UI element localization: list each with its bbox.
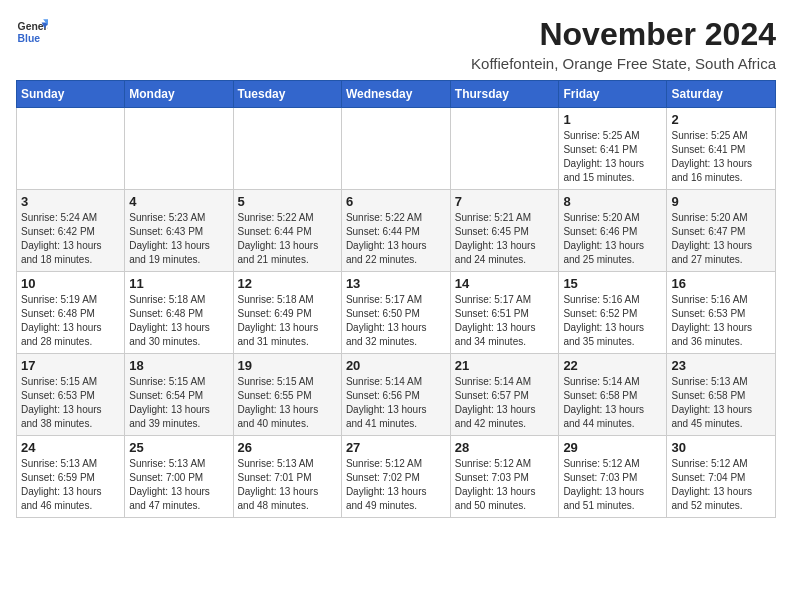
title-block: November 2024 Koffiefontein, Orange Free… bbox=[471, 16, 776, 72]
weekday-header-row: SundayMondayTuesdayWednesdayThursdayFrid… bbox=[17, 81, 776, 108]
day-info: Sunrise: 5:25 AM Sunset: 6:41 PM Dayligh… bbox=[563, 129, 662, 185]
day-cell: 25Sunrise: 5:13 AM Sunset: 7:00 PM Dayli… bbox=[125, 436, 233, 518]
day-number: 15 bbox=[563, 276, 662, 291]
day-number: 27 bbox=[346, 440, 446, 455]
day-cell: 2Sunrise: 5:25 AM Sunset: 6:41 PM Daylig… bbox=[667, 108, 776, 190]
day-cell: 24Sunrise: 5:13 AM Sunset: 6:59 PM Dayli… bbox=[17, 436, 125, 518]
day-info: Sunrise: 5:14 AM Sunset: 6:57 PM Dayligh… bbox=[455, 375, 555, 431]
day-info: Sunrise: 5:13 AM Sunset: 7:01 PM Dayligh… bbox=[238, 457, 337, 513]
day-number: 28 bbox=[455, 440, 555, 455]
day-number: 12 bbox=[238, 276, 337, 291]
day-cell: 22Sunrise: 5:14 AM Sunset: 6:58 PM Dayli… bbox=[559, 354, 667, 436]
day-cell: 3Sunrise: 5:24 AM Sunset: 6:42 PM Daylig… bbox=[17, 190, 125, 272]
weekday-tuesday: Tuesday bbox=[233, 81, 341, 108]
day-cell: 26Sunrise: 5:13 AM Sunset: 7:01 PM Dayli… bbox=[233, 436, 341, 518]
day-cell: 19Sunrise: 5:15 AM Sunset: 6:55 PM Dayli… bbox=[233, 354, 341, 436]
day-info: Sunrise: 5:12 AM Sunset: 7:04 PM Dayligh… bbox=[671, 457, 771, 513]
day-info: Sunrise: 5:16 AM Sunset: 6:52 PM Dayligh… bbox=[563, 293, 662, 349]
day-cell bbox=[125, 108, 233, 190]
day-info: Sunrise: 5:15 AM Sunset: 6:55 PM Dayligh… bbox=[238, 375, 337, 431]
logo-icon: General Blue bbox=[16, 16, 48, 48]
day-number: 20 bbox=[346, 358, 446, 373]
day-info: Sunrise: 5:20 AM Sunset: 6:47 PM Dayligh… bbox=[671, 211, 771, 267]
day-cell: 4Sunrise: 5:23 AM Sunset: 6:43 PM Daylig… bbox=[125, 190, 233, 272]
day-cell: 18Sunrise: 5:15 AM Sunset: 6:54 PM Dayli… bbox=[125, 354, 233, 436]
day-cell: 27Sunrise: 5:12 AM Sunset: 7:02 PM Dayli… bbox=[341, 436, 450, 518]
weekday-sunday: Sunday bbox=[17, 81, 125, 108]
day-cell: 15Sunrise: 5:16 AM Sunset: 6:52 PM Dayli… bbox=[559, 272, 667, 354]
day-cell: 21Sunrise: 5:14 AM Sunset: 6:57 PM Dayli… bbox=[450, 354, 559, 436]
day-info: Sunrise: 5:20 AM Sunset: 6:46 PM Dayligh… bbox=[563, 211, 662, 267]
day-number: 8 bbox=[563, 194, 662, 209]
day-cell bbox=[341, 108, 450, 190]
weekday-saturday: Saturday bbox=[667, 81, 776, 108]
day-number: 9 bbox=[671, 194, 771, 209]
week-row-4: 24Sunrise: 5:13 AM Sunset: 6:59 PM Dayli… bbox=[17, 436, 776, 518]
day-info: Sunrise: 5:24 AM Sunset: 6:42 PM Dayligh… bbox=[21, 211, 120, 267]
day-info: Sunrise: 5:23 AM Sunset: 6:43 PM Dayligh… bbox=[129, 211, 228, 267]
day-number: 14 bbox=[455, 276, 555, 291]
day-cell: 12Sunrise: 5:18 AM Sunset: 6:49 PM Dayli… bbox=[233, 272, 341, 354]
day-cell: 10Sunrise: 5:19 AM Sunset: 6:48 PM Dayli… bbox=[17, 272, 125, 354]
day-cell: 20Sunrise: 5:14 AM Sunset: 6:56 PM Dayli… bbox=[341, 354, 450, 436]
day-info: Sunrise: 5:13 AM Sunset: 6:58 PM Dayligh… bbox=[671, 375, 771, 431]
day-number: 5 bbox=[238, 194, 337, 209]
week-row-1: 3Sunrise: 5:24 AM Sunset: 6:42 PM Daylig… bbox=[17, 190, 776, 272]
day-info: Sunrise: 5:25 AM Sunset: 6:41 PM Dayligh… bbox=[671, 129, 771, 185]
week-row-3: 17Sunrise: 5:15 AM Sunset: 6:53 PM Dayli… bbox=[17, 354, 776, 436]
day-info: Sunrise: 5:19 AM Sunset: 6:48 PM Dayligh… bbox=[21, 293, 120, 349]
day-cell: 17Sunrise: 5:15 AM Sunset: 6:53 PM Dayli… bbox=[17, 354, 125, 436]
day-info: Sunrise: 5:16 AM Sunset: 6:53 PM Dayligh… bbox=[671, 293, 771, 349]
day-info: Sunrise: 5:12 AM Sunset: 7:03 PM Dayligh… bbox=[563, 457, 662, 513]
weekday-thursday: Thursday bbox=[450, 81, 559, 108]
day-number: 6 bbox=[346, 194, 446, 209]
weekday-wednesday: Wednesday bbox=[341, 81, 450, 108]
week-row-2: 10Sunrise: 5:19 AM Sunset: 6:48 PM Dayli… bbox=[17, 272, 776, 354]
header: General Blue November 2024 Koffiefontein… bbox=[16, 16, 776, 72]
subtitle: Koffiefontein, Orange Free State, South … bbox=[471, 55, 776, 72]
day-number: 30 bbox=[671, 440, 771, 455]
day-cell: 14Sunrise: 5:17 AM Sunset: 6:51 PM Dayli… bbox=[450, 272, 559, 354]
day-cell: 29Sunrise: 5:12 AM Sunset: 7:03 PM Dayli… bbox=[559, 436, 667, 518]
day-number: 11 bbox=[129, 276, 228, 291]
day-cell bbox=[450, 108, 559, 190]
day-cell: 8Sunrise: 5:20 AM Sunset: 6:46 PM Daylig… bbox=[559, 190, 667, 272]
svg-text:Blue: Blue bbox=[18, 33, 41, 44]
day-cell: 7Sunrise: 5:21 AM Sunset: 6:45 PM Daylig… bbox=[450, 190, 559, 272]
day-cell: 16Sunrise: 5:16 AM Sunset: 6:53 PM Dayli… bbox=[667, 272, 776, 354]
main-title: November 2024 bbox=[471, 16, 776, 53]
day-info: Sunrise: 5:18 AM Sunset: 6:48 PM Dayligh… bbox=[129, 293, 228, 349]
day-number: 16 bbox=[671, 276, 771, 291]
day-info: Sunrise: 5:14 AM Sunset: 6:56 PM Dayligh… bbox=[346, 375, 446, 431]
day-cell bbox=[17, 108, 125, 190]
day-cell: 23Sunrise: 5:13 AM Sunset: 6:58 PM Dayli… bbox=[667, 354, 776, 436]
day-cell: 13Sunrise: 5:17 AM Sunset: 6:50 PM Dayli… bbox=[341, 272, 450, 354]
day-cell: 9Sunrise: 5:20 AM Sunset: 6:47 PM Daylig… bbox=[667, 190, 776, 272]
day-cell: 5Sunrise: 5:22 AM Sunset: 6:44 PM Daylig… bbox=[233, 190, 341, 272]
day-number: 29 bbox=[563, 440, 662, 455]
day-number: 2 bbox=[671, 112, 771, 127]
day-info: Sunrise: 5:12 AM Sunset: 7:03 PM Dayligh… bbox=[455, 457, 555, 513]
day-info: Sunrise: 5:22 AM Sunset: 6:44 PM Dayligh… bbox=[346, 211, 446, 267]
day-number: 18 bbox=[129, 358, 228, 373]
day-cell: 30Sunrise: 5:12 AM Sunset: 7:04 PM Dayli… bbox=[667, 436, 776, 518]
day-info: Sunrise: 5:21 AM Sunset: 6:45 PM Dayligh… bbox=[455, 211, 555, 267]
day-info: Sunrise: 5:15 AM Sunset: 6:53 PM Dayligh… bbox=[21, 375, 120, 431]
logo: General Blue bbox=[16, 16, 48, 48]
day-number: 23 bbox=[671, 358, 771, 373]
day-number: 13 bbox=[346, 276, 446, 291]
calendar: SundayMondayTuesdayWednesdayThursdayFrid… bbox=[16, 80, 776, 518]
day-info: Sunrise: 5:13 AM Sunset: 6:59 PM Dayligh… bbox=[21, 457, 120, 513]
day-number: 10 bbox=[21, 276, 120, 291]
day-info: Sunrise: 5:22 AM Sunset: 6:44 PM Dayligh… bbox=[238, 211, 337, 267]
day-info: Sunrise: 5:18 AM Sunset: 6:49 PM Dayligh… bbox=[238, 293, 337, 349]
day-cell: 11Sunrise: 5:18 AM Sunset: 6:48 PM Dayli… bbox=[125, 272, 233, 354]
day-info: Sunrise: 5:17 AM Sunset: 6:51 PM Dayligh… bbox=[455, 293, 555, 349]
weekday-friday: Friday bbox=[559, 81, 667, 108]
day-info: Sunrise: 5:13 AM Sunset: 7:00 PM Dayligh… bbox=[129, 457, 228, 513]
day-cell: 28Sunrise: 5:12 AM Sunset: 7:03 PM Dayli… bbox=[450, 436, 559, 518]
day-number: 19 bbox=[238, 358, 337, 373]
day-number: 26 bbox=[238, 440, 337, 455]
day-number: 1 bbox=[563, 112, 662, 127]
day-number: 7 bbox=[455, 194, 555, 209]
